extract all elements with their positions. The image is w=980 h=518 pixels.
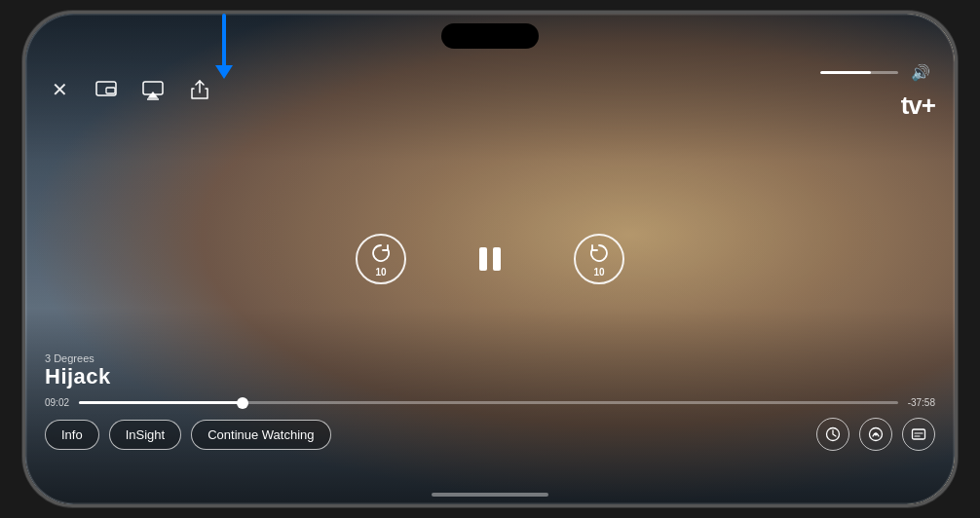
volume-bar: [820, 71, 898, 74]
skip-back-label: 10: [375, 267, 386, 278]
volume-up-button[interactable]: [22, 130, 25, 184]
svg-rect-1: [106, 88, 115, 93]
volume-icon[interactable]: 🔊: [906, 57, 935, 87]
svg-point-7: [875, 433, 878, 436]
title-area: 3 Degrees Hijack: [45, 352, 935, 389]
bottom-controls: 3 Degrees Hijack 09:02 -37:58 Info: [45, 352, 935, 451]
svg-rect-3: [479, 247, 487, 271]
episode-label: 3 Degrees: [45, 352, 935, 364]
svg-rect-8: [913, 429, 925, 439]
phone-frame: ✕: [22, 11, 958, 507]
extra-controls-row: [816, 418, 935, 451]
time-remaining: -37:58: [908, 397, 935, 408]
skip-forward-label: 10: [593, 267, 604, 278]
power-button[interactable]: [955, 160, 958, 238]
home-indicator: [432, 493, 548, 497]
skip-back-button[interactable]: 10: [356, 234, 406, 284]
volume-row: 🔊: [820, 57, 935, 87]
share-button[interactable]: [185, 75, 214, 104]
center-controls: 10 10: [356, 234, 624, 284]
arrow-head: [215, 65, 233, 79]
volume-fill: [820, 71, 871, 74]
show-title: Hijack: [45, 364, 935, 389]
close-button[interactable]: ✕: [45, 75, 74, 104]
picture-in-picture-button[interactable]: [92, 75, 121, 104]
svg-rect-4: [493, 247, 501, 271]
blue-arrow-indicator: [215, 14, 233, 79]
insight-button[interactable]: InSight: [109, 420, 181, 450]
continue-watching-button[interactable]: Continue Watching: [191, 420, 330, 450]
progress-fill: [79, 401, 243, 404]
skip-forward-button[interactable]: 10: [574, 234, 624, 284]
progress-bar[interactable]: [79, 401, 898, 404]
progress-thumb: [237, 397, 248, 409]
time-elapsed: 09:02: [45, 397, 69, 408]
subtitles-button[interactable]: [902, 418, 935, 451]
progress-row: 09:02 -37:58: [45, 397, 935, 408]
apple-tv-logo: tv+: [899, 91, 935, 121]
airplay-button[interactable]: [138, 75, 168, 104]
tv-plus-label: tv+: [901, 91, 935, 121]
top-bar: ✕: [45, 57, 935, 121]
dynamic-island: [441, 23, 539, 49]
info-button[interactable]: Info: [45, 420, 99, 450]
top-right-area: 🔊 tv+: [820, 57, 935, 121]
audio-button[interactable]: [859, 418, 892, 451]
speed-button[interactable]: [816, 418, 849, 451]
arrow-shaft: [222, 14, 226, 67]
volume-down-button[interactable]: [22, 199, 25, 252]
pause-button[interactable]: [465, 234, 515, 284]
pill-buttons-row: Info InSight Continue Watching: [45, 420, 331, 450]
top-left-controls: ✕: [45, 75, 214, 104]
